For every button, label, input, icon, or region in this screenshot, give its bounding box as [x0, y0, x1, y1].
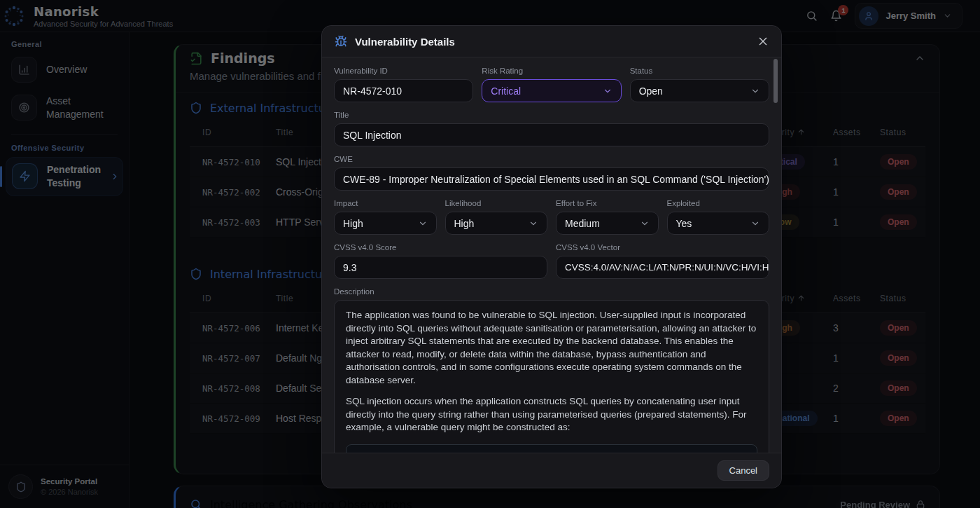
field-label: Status — [630, 67, 769, 75]
cvss-score-input[interactable]: 9.3 — [334, 256, 547, 279]
chevron-down-icon — [640, 219, 650, 228]
chevron-down-icon — [418, 219, 428, 228]
field-label: Effort to Fix — [556, 199, 659, 207]
field-label: Title — [334, 111, 769, 119]
field-label: CVSS v4.0 Vector — [556, 243, 769, 252]
cwe-input[interactable]: CWE-89 - Improper Neutralization of Spec… — [334, 167, 769, 191]
cvss-vector-input[interactable]: CVSS:4.0/AV:N/AC:L/AT:N/PR:N/UI:N/VC:H/V… — [556, 256, 769, 279]
modal-scrollbar[interactable] — [774, 59, 778, 103]
field-label: Risk Rating — [482, 67, 621, 75]
close-icon[interactable] — [757, 36, 769, 47]
field-label: Impact — [334, 199, 437, 207]
description-paragraph: The application was found to be vulnerab… — [346, 309, 757, 387]
title-input[interactable]: SQL Injection — [334, 123, 769, 146]
field-label: Description — [334, 287, 769, 296]
field-label: Exploited — [667, 199, 770, 207]
field-label: Likelihood — [445, 199, 548, 207]
chevron-down-icon — [750, 86, 760, 96]
status-select[interactable]: Open — [630, 79, 769, 102]
description-textarea[interactable]: The application was found to be vulnerab… — [334, 300, 769, 453]
impact-select[interactable]: High — [334, 212, 437, 235]
cancel-button[interactable]: Cancel — [718, 460, 769, 481]
vulnerability-id-input[interactable]: NR-4572-010 — [334, 79, 473, 102]
field-label: CVSS v4.0 Score — [334, 243, 547, 252]
field-label: CWE — [334, 155, 769, 163]
bug-icon — [335, 35, 347, 48]
exploited-select[interactable]: Yes — [667, 212, 770, 235]
code-block — [346, 444, 757, 453]
description-paragraph: SQL injection occurs when the applicatio… — [346, 395, 757, 434]
modal-body: Vulnerability ID NR-4572-010 Risk Rating… — [322, 57, 781, 453]
modal-title: Vulnerability Details — [355, 36, 455, 48]
effort-to-fix-select[interactable]: Medium — [556, 212, 659, 235]
modal-footer: Cancel — [322, 453, 781, 488]
likelihood-select[interactable]: High — [445, 212, 548, 235]
risk-rating-select[interactable]: Critical — [482, 79, 621, 102]
chevron-down-icon — [603, 86, 612, 96]
field-label: Vulnerability ID — [334, 67, 473, 75]
chevron-down-icon — [528, 219, 538, 228]
vulnerability-details-modal: Vulnerability Details Vulnerability ID N… — [321, 25, 782, 488]
chevron-down-icon — [750, 219, 760, 228]
